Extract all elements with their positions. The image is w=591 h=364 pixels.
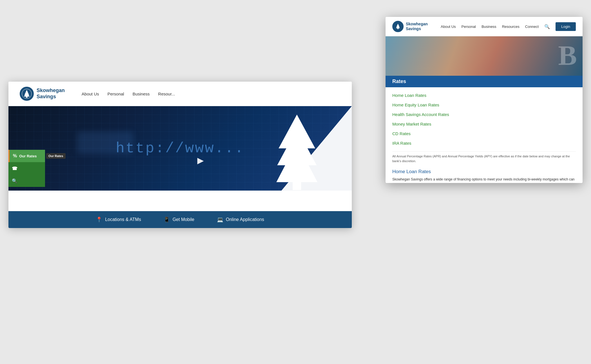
- back-nav-business[interactable]: Business: [133, 91, 150, 96]
- rate-link-home-equity[interactable]: Home Equity Loan Rates: [392, 100, 576, 110]
- online-applications-label: Online Applications: [226, 217, 264, 222]
- front-header: Skowhegan Savings About Us Personal Busi…: [386, 17, 583, 36]
- svg-rect-3: [26, 97, 28, 98]
- side-buttons-container: % Our Rates Our Rates ☎ 🔍: [8, 150, 45, 187]
- hero-b-decoration: B: [558, 39, 577, 72]
- front-nav-about[interactable]: About Us: [441, 24, 456, 29]
- home-loan-body-text: Skowhegan Savings offers a wide range of…: [392, 177, 576, 183]
- back-nav-resources[interactable]: Resour...: [158, 91, 175, 96]
- front-logo-icon: [392, 21, 404, 32]
- back-hero: http://www... ▶ % Our Rates Our Rates ☎: [8, 106, 352, 191]
- rates-links-list: Home Loan Rates Home Equity Loan Rates H…: [392, 87, 576, 150]
- svg-rect-7: [293, 182, 301, 190]
- back-nav-about[interactable]: About Us: [82, 91, 99, 96]
- mobile-icon: 📱: [164, 216, 170, 223]
- back-nav: About Us Personal Business Resour...: [82, 91, 175, 96]
- hero-cursor-icon: ▶: [197, 155, 204, 165]
- rates-content: Home Loan Rates Home Equity Loan Rates H…: [386, 87, 583, 183]
- rate-link-ira[interactable]: IRA Rates: [392, 139, 576, 148]
- front-nav-resources[interactable]: Resources: [502, 24, 520, 29]
- back-nav-personal[interactable]: Personal: [108, 91, 124, 96]
- phone-button[interactable]: ☎: [8, 162, 45, 175]
- svg-rect-11: [397, 28, 399, 29]
- rate-link-home-loan[interactable]: Home Loan Rates: [392, 91, 576, 100]
- search-icon: 🔍: [12, 178, 17, 184]
- front-nav-business[interactable]: Business: [482, 24, 496, 29]
- rate-link-money-market[interactable]: Money Market Rates: [392, 119, 576, 129]
- locations-atms-item[interactable]: 📍 Locations & ATMs: [96, 216, 141, 223]
- rates-header-title: Rates: [392, 79, 406, 84]
- back-window: Skowhegan Savings About Us Personal Busi…: [8, 82, 352, 228]
- rate-link-hsa[interactable]: Health Savings Account Rates: [392, 110, 576, 119]
- back-bottom-bar: 📍 Locations & ATMs 📱 Get Mobile 💻 Online…: [8, 211, 352, 228]
- location-icon: 📍: [96, 216, 102, 223]
- biweekly-calculator-link[interactable]: bi-weekly calculator: [514, 183, 544, 183]
- back-header: Skowhegan Savings About Us Personal Busi…: [8, 82, 352, 106]
- phone-icon: ☎: [12, 166, 17, 171]
- back-logo: Skowhegan Savings: [20, 87, 65, 101]
- tree-silhouette: [276, 112, 318, 191]
- front-window: Skowhegan Savings About Us Personal Busi…: [386, 17, 583, 183]
- front-login-button[interactable]: Login: [556, 22, 576, 31]
- get-mobile-item[interactable]: 📱 Get Mobile: [164, 216, 194, 223]
- locations-atms-label: Locations & ATMs: [105, 217, 141, 222]
- hero-bg-gradient: [386, 36, 583, 76]
- rates-percent-icon: %: [13, 153, 17, 158]
- back-logo-text: Skowhegan Savings: [37, 88, 65, 100]
- computer-icon: 💻: [217, 216, 223, 223]
- rates-tooltip: Our Rates: [46, 153, 66, 159]
- front-nav-personal[interactable]: Personal: [462, 24, 476, 29]
- rates-disclaimer-text: All Annual Percentage Rates (APR) and An…: [392, 151, 576, 166]
- front-logo-text: Skowhegan Savings: [406, 22, 428, 31]
- front-hero-image: B: [386, 36, 583, 76]
- search-button[interactable]: 🔍: [8, 175, 45, 187]
- home-loan-body-intro: Skowhegan Savings offers a wide range of…: [392, 177, 575, 183]
- front-logo: Skowhegan Savings: [392, 21, 428, 32]
- hero-glow-effect: [77, 131, 133, 154]
- rates-button-label: Our Rates: [19, 154, 37, 158]
- back-hero-url-text: http://www...: [116, 140, 245, 157]
- front-nav: About Us Personal Business Resources Con…: [441, 22, 576, 31]
- online-applications-item[interactable]: 💻 Online Applications: [217, 216, 264, 223]
- back-logo-icon: [20, 87, 34, 101]
- our-rates-button[interactable]: % Our Rates Our Rates: [8, 150, 45, 162]
- front-nav-connect[interactable]: Connect: [525, 24, 539, 29]
- rates-section-header: Rates: [386, 76, 583, 87]
- front-search-icon[interactable]: 🔍: [544, 24, 550, 29]
- home-loan-rates-title: Home Loan Rates: [392, 169, 576, 175]
- get-mobile-label: Get Mobile: [173, 217, 194, 222]
- rate-link-cd[interactable]: CD Rates: [392, 129, 576, 139]
